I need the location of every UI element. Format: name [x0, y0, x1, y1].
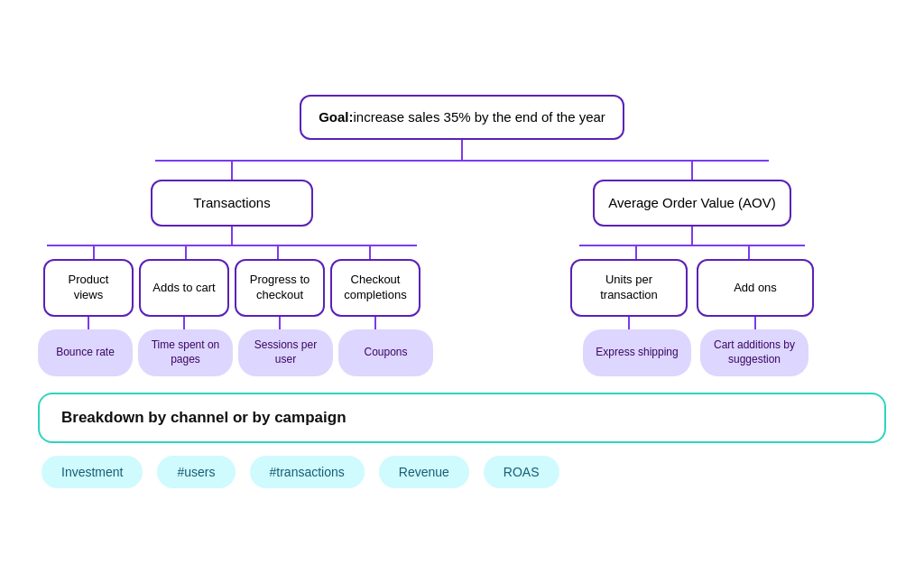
- coupons-label: Coupons: [364, 346, 407, 360]
- goal-bold: Goal:: [319, 108, 353, 126]
- bounce-rate-label: Bounce rate: [56, 346, 115, 360]
- tag-investment: Investment: [42, 456, 143, 488]
- vconn-aov-to-hbar: [691, 227, 693, 245]
- cart-additions-node: Cart additions by suggestion: [700, 329, 808, 376]
- aov-node: Average Order Value (AOV): [593, 180, 791, 227]
- hbar-left: [155, 160, 408, 162]
- checkout-completions-node: Checkout completions: [330, 259, 420, 317]
- aov-label: Average Order Value (AOV): [608, 194, 775, 212]
- goal-node: Goal: increase sales 35% by the end of t…: [300, 95, 624, 140]
- tag-transactions: #transactions: [250, 456, 365, 488]
- tags-row: Investment #users #transactions Revenue …: [38, 456, 886, 488]
- express-shipping-label: Express shipping: [596, 346, 678, 360]
- vconn-l4-4: [374, 317, 376, 329]
- transactions-node: Transactions: [151, 180, 313, 227]
- product-views-node: Product views: [43, 259, 134, 317]
- vconn-l4-2: [183, 317, 185, 329]
- bounce-rate-node: Bounce rate: [38, 329, 133, 376]
- transactions-label: Transactions: [193, 194, 270, 212]
- tag-revenue: Revenue: [379, 456, 469, 488]
- product-views-label: Product views: [56, 273, 121, 303]
- adds-to-cart-node: Adds to cart: [139, 259, 229, 317]
- units-per-transaction-label: Units per transaction: [583, 273, 675, 303]
- vconn-trans-to-hbar: [231, 227, 233, 245]
- vconn-l4-r1: [628, 317, 630, 329]
- vconn-l4-1: [88, 317, 89, 329]
- cart-additions-label: Cart additions by suggestion: [711, 338, 798, 366]
- progress-checkout-node: Progress to checkout: [235, 259, 325, 317]
- time-spent-node: Time spent on pages: [138, 329, 233, 376]
- checkout-completions-label: Checkout completions: [343, 273, 408, 303]
- vconn-l3-1: [93, 246, 95, 259]
- hbar-level1: [155, 160, 769, 162]
- add-ons-label: Add ons: [734, 281, 777, 296]
- vconn-l4-r2: [754, 317, 756, 329]
- vconn-l4-3: [279, 317, 281, 329]
- sessions-per-user-label: Sessions per user: [249, 338, 322, 366]
- vconn-goal: [461, 140, 463, 160]
- sessions-per-user-node: Sessions per user: [238, 329, 333, 376]
- adds-to-cart-label: Adds to cart: [152, 281, 215, 296]
- breakdown-label: Breakdown by channel or by campaign: [61, 409, 346, 426]
- diagram: Goal: increase sales 35% by the end of t…: [29, 77, 895, 506]
- progress-checkout-label: Progress to checkout: [247, 273, 312, 303]
- vconn-l3-4: [369, 246, 371, 259]
- vconn-l3-2: [185, 246, 187, 259]
- vconn-l3-r2: [748, 246, 750, 259]
- vconn-l3-r1: [635, 246, 637, 259]
- units-per-transaction-node: Units per transaction: [570, 259, 688, 317]
- tag-roas: ROAS: [484, 456, 559, 488]
- hbar-right: [516, 160, 769, 162]
- vconn-aov: [691, 162, 693, 180]
- goal-text: increase sales 35% by the end of the yea…: [354, 108, 605, 126]
- add-ons-node: Add ons: [697, 259, 814, 317]
- vconn-transactions: [231, 162, 233, 180]
- time-spent-label: Time spent on pages: [149, 338, 222, 366]
- express-shipping-node: Express shipping: [583, 329, 691, 376]
- tag-users: #users: [157, 456, 235, 488]
- hbar-center: [408, 160, 516, 162]
- breakdown-box: Breakdown by channel or by campaign: [38, 393, 886, 443]
- vconn-l3-3: [277, 246, 279, 259]
- coupons-node: Coupons: [338, 329, 433, 376]
